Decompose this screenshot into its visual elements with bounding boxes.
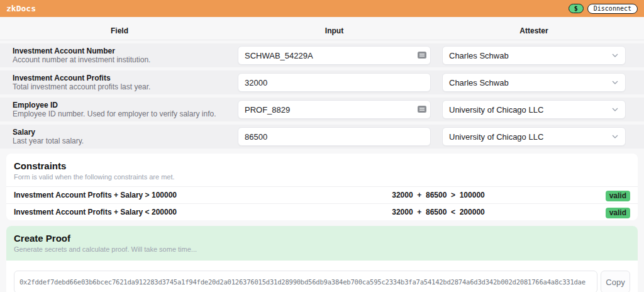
constraint-evaluation: 32000 + 86500 < 200000 [284, 208, 592, 216]
salary-input[interactable] [238, 127, 431, 146]
field-label: Salary [13, 128, 226, 137]
constraint-rule: Investment Account Profits + Salary < 20… [14, 208, 284, 216]
attester-selected-value: Charles Schwab [449, 51, 509, 60]
column-header-input: Input [238, 26, 431, 35]
attester-select[interactable]: University of Chicago LLC [442, 100, 626, 119]
chevron-down-icon [611, 79, 619, 86]
attester-selected-value: Charles Schwab [449, 78, 509, 87]
status-badge: valid [606, 191, 630, 201]
column-header-attester: Attester [442, 26, 626, 35]
field-description: Employee ID number. Used for employer to… [13, 110, 226, 118]
table-header: Field Input Attester [0, 21, 644, 40]
wallet-balance-button[interactable]: $ [569, 4, 584, 13]
create-proof-card: Create Proof Generate secrets and calcul… [6, 226, 638, 292]
attester-select[interactable]: University of Chicago LLC [442, 127, 626, 146]
table-row: Investment Account Number Account number… [0, 43, 644, 67]
field-label: Investment Account Profits [13, 74, 226, 82]
field-description: Account number at investment institution… [13, 55, 226, 64]
column-header-field: Field [13, 26, 226, 35]
attester-select[interactable]: Charles Schwab [442, 73, 626, 92]
employee-id-input[interactable] [238, 100, 431, 119]
proof-output-field[interactable] [14, 271, 597, 292]
chevron-down-icon [611, 106, 619, 113]
constraints-subtitle: Form is valid when the following constra… [14, 173, 630, 181]
copy-button[interactable]: Copy [601, 271, 630, 292]
autofill-icon[interactable] [418, 106, 426, 113]
constraint-evaluation: 32000 + 86500 > 100000 [284, 191, 592, 199]
create-proof-subtitle: Generate secrets and calculate proof. Wi… [14, 245, 630, 253]
attester-select[interactable]: Charles Schwab [442, 46, 626, 65]
constraint-rule: Investment Account Profits + Salary > 10… [14, 191, 284, 199]
constraint-row: Investment Account Profits + Salary > 10… [6, 186, 638, 203]
investment-account-profits-input[interactable] [238, 73, 431, 92]
constraint-row: Investment Account Profits + Salary < 20… [6, 203, 638, 220]
status-badge: valid [606, 208, 630, 218]
investment-account-number-input[interactable] [238, 46, 431, 65]
table-row: Salary Last year total salary. Universit… [0, 125, 644, 149]
field-label: Employee ID [13, 101, 226, 110]
attester-selected-value: University of Chicago LLC [449, 105, 543, 115]
constraints-title: Constraints [14, 160, 630, 171]
disconnect-button[interactable]: Disconnect [587, 4, 638, 14]
table-row: Employee ID Employee ID number. Used for… [0, 98, 644, 121]
app-header: zkDocs $ Disconnect [0, 0, 644, 17]
field-description: Last year total salary. [13, 137, 226, 145]
create-proof-title: Create Proof [14, 233, 630, 244]
chevron-down-icon [611, 133, 619, 140]
chevron-down-icon [611, 52, 619, 59]
constraints-card: Constraints Form is valid when the follo… [6, 154, 638, 220]
app-title: zkDocs [6, 4, 36, 13]
field-label: Investment Account Number [13, 47, 226, 55]
autofill-icon[interactable] [418, 52, 426, 59]
attester-selected-value: University of Chicago LLC [449, 132, 543, 142]
field-description: Total investment account profits last ye… [13, 82, 226, 91]
table-row: Investment Account Profits Total investm… [0, 70, 644, 94]
